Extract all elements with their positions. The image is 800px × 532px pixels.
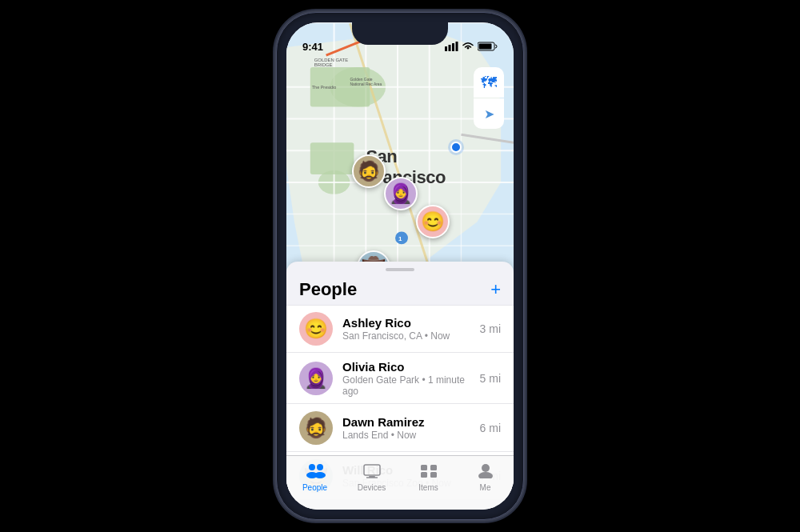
map-button-group: 🗺 ➤: [474, 67, 504, 129]
ashley-location: San Francisco, CA • Now: [342, 330, 480, 342]
olivia-avatar-emoji: 🧕: [304, 367, 328, 390]
svg-text:BRIDGE: BRIDGE: [314, 62, 333, 67]
svg-rect-24: [310, 142, 354, 174]
olivia-location: Golden Gate Park • 1 minute ago: [342, 374, 480, 397]
svg-text:National Rec Area: National Rec Area: [350, 82, 382, 86]
devices-tab-icon: [362, 462, 382, 482]
people-section-title: People: [299, 279, 357, 300]
ashley-name: Ashley Rico: [342, 316, 480, 330]
devices-tab-label: Devices: [358, 483, 386, 492]
me-tab-icon: [475, 462, 496, 482]
svg-point-33: [309, 464, 315, 470]
status-icons: [445, 42, 498, 53]
ashley-distance: 3 mi: [480, 322, 501, 335]
ashley-info: Ashley Rico San Francisco, CA • Now: [342, 316, 480, 342]
svg-rect-0: [445, 46, 447, 51]
olivia-avatar: 🧕: [299, 362, 333, 395]
person-item-dawn[interactable]: 🧔 Dawn Ramirez Lands End • Now 6 mi: [286, 405, 514, 452]
person-item-ashley[interactable]: 😊 Ashley Rico San Francisco, CA • Now 3 …: [286, 305, 514, 353]
tab-items[interactable]: Items: [400, 462, 457, 492]
svg-rect-42: [421, 472, 427, 478]
svg-point-45: [478, 472, 493, 478]
map-icon: 🗺: [481, 74, 497, 92]
svg-point-44: [482, 464, 490, 472]
dawn-pin[interactable]: 🧔: [352, 154, 386, 188]
svg-rect-40: [421, 465, 427, 470]
svg-rect-41: [430, 465, 437, 470]
ashley-avatar-emoji: 😊: [304, 318, 328, 340]
user-location-dot: [450, 142, 462, 153]
people-header: People +: [286, 271, 514, 305]
me-tab-label: Me: [480, 483, 491, 492]
items-tab-icon: [418, 462, 439, 482]
olivia-name: Olivia Rico: [342, 360, 480, 374]
map-view-button[interactable]: 🗺: [474, 67, 504, 98]
svg-text:1: 1: [398, 235, 402, 242]
people-tab-label: People: [302, 483, 327, 492]
dawn-avatar: 🧔: [299, 411, 333, 445]
dawn-distance: 6 mi: [480, 422, 501, 434]
tab-bar: People Devices: [286, 455, 514, 510]
svg-rect-37: [364, 465, 380, 475]
phone-frame: 9:41: [276, 12, 524, 520]
svg-rect-43: [430, 472, 437, 478]
items-tab-label: Items: [418, 483, 438, 492]
tab-people[interactable]: People: [286, 462, 343, 492]
location-icon: ➤: [484, 106, 494, 122]
olivia-distance: 5 mi: [480, 372, 501, 385]
signal-icon: [445, 42, 458, 53]
person-item-olivia[interactable]: 🧕 Olivia Rico Golden Gate Park • 1 minut…: [286, 354, 514, 404]
notch: [352, 22, 448, 45]
dawn-avatar-emoji: 🧔: [304, 417, 328, 439]
tab-me[interactable]: Me: [457, 462, 514, 492]
tab-devices[interactable]: Devices: [343, 462, 400, 492]
add-person-button[interactable]: +: [490, 279, 501, 300]
svg-point-35: [317, 464, 323, 470]
dawn-name: Dawn Ramirez: [342, 415, 480, 429]
svg-rect-3: [456, 42, 458, 51]
status-time: 9:41: [302, 41, 323, 53]
location-button[interactable]: ➤: [474, 98, 504, 129]
people-tab-icon: [305, 462, 326, 482]
dawn-info: Dawn Ramirez Lands End • Now: [342, 415, 480, 441]
wifi-icon: [462, 42, 474, 53]
battery-icon: [478, 42, 498, 53]
svg-rect-5: [479, 44, 492, 50]
dawn-location: Lands End • Now: [342, 430, 480, 441]
svg-rect-2: [452, 43, 454, 51]
olivia-pin[interactable]: 🧕: [384, 177, 418, 210]
ashley-avatar: 😊: [299, 312, 333, 346]
phone-screen: 9:41: [286, 22, 514, 510]
svg-text:The Presidio: The Presidio: [312, 85, 337, 90]
svg-text:Golden Gate: Golden Gate: [350, 78, 372, 82]
svg-point-36: [314, 472, 326, 478]
ashley-pin[interactable]: 😊: [416, 205, 450, 238]
olivia-info: Olivia Rico Golden Gate Park • 1 minute …: [342, 360, 480, 397]
svg-rect-1: [449, 45, 451, 51]
